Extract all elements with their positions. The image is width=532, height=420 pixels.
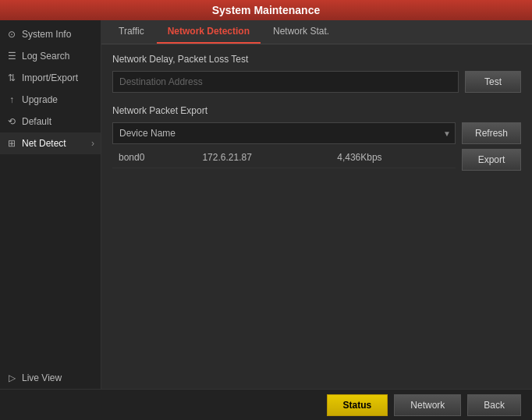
tab-network-detection[interactable]: Network Detection xyxy=(157,20,261,44)
device-select[interactable]: Device Name xyxy=(112,122,456,144)
system-info-icon: ⊙ xyxy=(6,29,17,40)
net-detect-icon: ⊞ xyxy=(6,138,17,149)
sidebar-item-label: Net Detect xyxy=(22,138,66,149)
sidebar: ⊙ System Info ☰ Log Search ⇅ Import/Expo… xyxy=(0,20,101,389)
upgrade-icon: ↑ xyxy=(6,94,17,105)
sidebar-item-label: Import/Export xyxy=(22,72,78,83)
content-area: Traffic Network Detection Network Stat. … xyxy=(101,20,532,389)
log-search-icon: ☰ xyxy=(6,51,17,62)
tab-bar: Traffic Network Detection Network Stat. xyxy=(101,20,532,44)
tab-traffic[interactable]: Traffic xyxy=(108,20,155,44)
sidebar-item-label: Live View xyxy=(22,372,62,383)
sidebar-item-net-detect[interactable]: ⊞ Net Detect › xyxy=(0,132,101,154)
sidebar-item-default[interactable]: ⟲ Default xyxy=(0,111,101,132)
live-view-icon: ▷ xyxy=(6,372,17,383)
network-button[interactable]: Network xyxy=(394,394,461,416)
export-table-area: Device Name bond0 172.6.21.87 4,436Kbps xyxy=(112,122,456,168)
export-section-title: Network Packet Export xyxy=(112,105,521,116)
inner-content: Network Delay, Packet Loss Test Test Net… xyxy=(101,44,532,389)
delay-section-title: Network Delay, Packet Loss Test xyxy=(112,54,521,65)
test-button[interactable]: Test xyxy=(465,71,521,93)
chevron-right-icon: › xyxy=(91,138,94,149)
sidebar-item-label: Upgrade xyxy=(22,94,58,105)
refresh-button[interactable]: Refresh xyxy=(462,122,521,144)
export-button[interactable]: Export xyxy=(462,149,521,171)
sidebar-item-upgrade[interactable]: ↑ Upgrade xyxy=(0,89,101,111)
device-name-cell: bond0 xyxy=(112,147,196,168)
tab-network-stat[interactable]: Network Stat. xyxy=(262,20,340,44)
sidebar-item-import-export[interactable]: ⇅ Import/Export xyxy=(0,67,101,89)
default-icon: ⟲ xyxy=(6,116,17,127)
export-buttons: Refresh Export xyxy=(462,122,521,171)
device-select-wrapper: Device Name xyxy=(112,122,456,144)
import-export-icon: ⇅ xyxy=(6,72,17,83)
table-row: bond0 172.6.21.87 4,436Kbps xyxy=(112,147,456,168)
device-table: bond0 172.6.21.87 4,436Kbps xyxy=(112,147,456,168)
sidebar-item-label: Default xyxy=(22,116,51,127)
device-speed-cell: 4,436Kbps xyxy=(331,147,456,168)
export-area: Device Name bond0 172.6.21.87 4,436Kbps xyxy=(112,122,521,171)
destination-address-input[interactable] xyxy=(112,71,459,93)
back-button[interactable]: Back xyxy=(467,394,521,416)
device-ip-cell: 172.6.21.87 xyxy=(196,147,331,168)
title-text: System Maintenance xyxy=(212,4,321,16)
sidebar-item-live-view[interactable]: ▷ Live View xyxy=(0,367,101,389)
delay-test-row: Test xyxy=(112,71,521,93)
title-bar: System Maintenance xyxy=(0,0,532,20)
status-button[interactable]: Status xyxy=(327,394,388,416)
sidebar-item-log-search[interactable]: ☰ Log Search xyxy=(0,45,101,67)
sidebar-item-label: System Info xyxy=(22,29,71,40)
sidebar-item-system-info[interactable]: ⊙ System Info xyxy=(0,23,101,45)
sidebar-item-label: Log Search xyxy=(22,51,69,62)
device-dropdown-row: Device Name xyxy=(112,122,456,144)
footer: Status Network Back xyxy=(0,389,532,420)
